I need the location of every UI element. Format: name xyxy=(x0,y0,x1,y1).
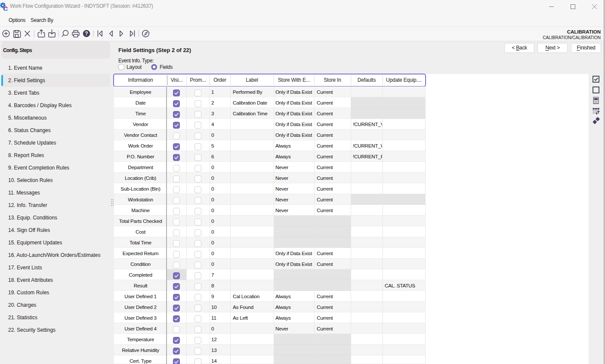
svg-text:?: ? xyxy=(85,31,88,37)
